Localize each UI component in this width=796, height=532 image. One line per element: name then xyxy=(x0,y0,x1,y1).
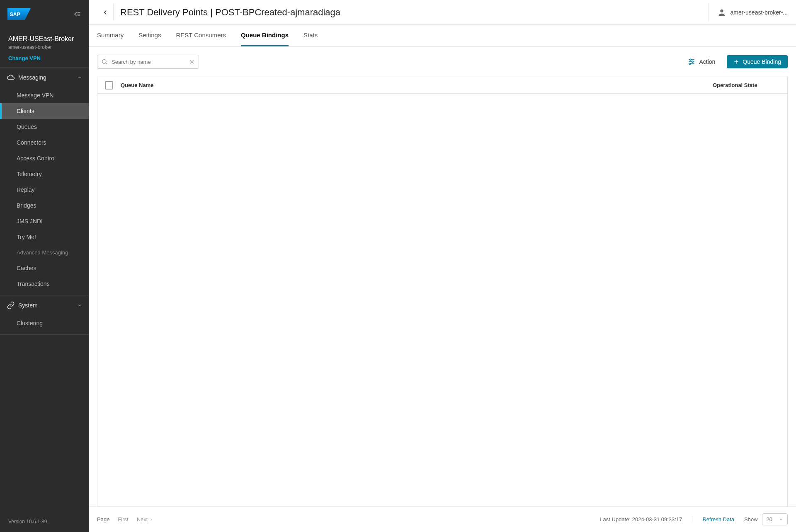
page-size-control: Show 20 xyxy=(744,513,788,525)
user-name: amer-useast-broker-... xyxy=(730,9,788,16)
nav-section-messaging-header[interactable]: Messaging xyxy=(0,68,89,87)
queue-binding-button[interactable]: Queue Binding xyxy=(727,55,788,68)
svg-text:SAP: SAP xyxy=(10,11,20,17)
queue-binding-label: Queue Binding xyxy=(743,58,781,65)
tab-rest-consumers[interactable]: REST Consumers xyxy=(176,25,226,46)
system-items: Clustering xyxy=(0,315,89,334)
nav-access-control[interactable]: Access Control xyxy=(0,150,89,166)
column-queue-name[interactable]: Queue Name xyxy=(121,82,713,88)
broker-info: AMER-USEast-Broker amer-useast-broker Ch… xyxy=(0,28,89,68)
nav-section-system: System Clustering xyxy=(0,295,89,335)
clear-icon[interactable] xyxy=(189,59,195,65)
page-size-value: 20 xyxy=(767,516,772,522)
table-body xyxy=(97,94,787,506)
tabs: Summary Settings REST Consumers Queue Bi… xyxy=(89,25,796,47)
main-content: REST Delivery Points | POST-BPCreated-aj… xyxy=(89,0,796,532)
next-label: Next xyxy=(137,516,148,522)
select-all-cell xyxy=(97,81,121,89)
page-label: Page xyxy=(97,516,109,522)
sidebar-header: SAP xyxy=(0,0,89,28)
broker-subtitle: amer-useast-broker xyxy=(8,44,80,50)
nav-clustering[interactable]: Clustering xyxy=(0,315,89,331)
tab-queue-bindings[interactable]: Queue Bindings xyxy=(241,25,289,46)
nav-replay[interactable]: Replay xyxy=(0,182,89,198)
show-label: Show xyxy=(744,516,758,522)
page-size-select[interactable]: 20 xyxy=(762,513,788,525)
plus-icon xyxy=(733,59,739,65)
chevron-down-icon xyxy=(77,75,82,80)
nav-transactions[interactable]: Transactions xyxy=(0,276,89,292)
nav-try-me[interactable]: Try Me! xyxy=(0,229,89,245)
sidebar: SAP AMER-USEast-Broker amer-useast-broke… xyxy=(0,0,89,532)
nav-section-messaging: Messaging Message VPN Clients Queues Con… xyxy=(0,68,89,295)
last-update: Last Update: 2024-03-31 09:33:17 xyxy=(600,516,682,522)
nav-bridges[interactable]: Bridges xyxy=(0,198,89,213)
toolbar: Action Queue Binding xyxy=(89,47,796,77)
broker-name: AMER-USEast-Broker xyxy=(8,35,80,43)
search-wrapper xyxy=(97,55,199,69)
footer-right: Last Update: 2024-03-31 09:33:17 Refresh… xyxy=(600,513,788,525)
nav-telemetry[interactable]: Telemetry xyxy=(0,166,89,182)
user-icon xyxy=(717,8,726,17)
first-page-link[interactable]: First xyxy=(118,516,128,522)
cloud-icon xyxy=(7,73,15,82)
nav-message-vpn[interactable]: Message VPN xyxy=(0,87,89,103)
user-menu[interactable]: amer-useast-broker-... xyxy=(709,3,788,22)
svg-line-7 xyxy=(106,63,107,64)
select-all-checkbox[interactable] xyxy=(105,81,113,89)
chevron-down-icon xyxy=(779,517,783,522)
footer: Page First Next Last Update: 2024-03-31 … xyxy=(89,506,796,532)
messaging-label: Messaging xyxy=(18,74,77,81)
sliders-icon xyxy=(687,58,696,66)
svg-point-13 xyxy=(692,61,693,62)
topbar: REST Delivery Points | POST-BPCreated-aj… xyxy=(89,0,796,25)
chevron-down-icon xyxy=(77,303,82,308)
action-button[interactable]: Action xyxy=(682,54,721,69)
messaging-items: Message VPN Clients Queues Connectors Ac… xyxy=(0,87,89,295)
search-icon xyxy=(101,58,108,65)
refresh-data-link[interactable]: Refresh Data xyxy=(692,516,734,522)
nav-caches[interactable]: Caches xyxy=(0,260,89,276)
page-title: REST Delivery Points | POST-BPCreated-aj… xyxy=(120,7,709,18)
collapse-sidebar-icon[interactable] xyxy=(72,10,81,18)
sap-logo: SAP xyxy=(7,8,31,20)
svg-point-6 xyxy=(102,60,106,63)
tab-summary[interactable]: Summary xyxy=(97,25,124,46)
nav-queues[interactable]: Queues xyxy=(0,119,89,135)
table-header: Queue Name Operational State xyxy=(97,77,787,94)
tab-settings[interactable]: Settings xyxy=(138,25,161,46)
nav-advanced-messaging-label: Advanced Messaging xyxy=(0,245,89,260)
svg-point-15 xyxy=(689,63,691,64)
svg-point-5 xyxy=(720,9,723,12)
svg-point-11 xyxy=(690,59,691,60)
chevron-right-icon xyxy=(149,517,153,522)
column-operational-state[interactable]: Operational State xyxy=(713,82,787,88)
nav-section-system-header[interactable]: System xyxy=(0,295,89,315)
action-label: Action xyxy=(699,58,715,65)
version-label: Version 10.6.1.89 xyxy=(0,511,89,532)
back-button[interactable] xyxy=(97,4,114,21)
next-page-link[interactable]: Next xyxy=(137,516,154,522)
nav-jms-jndi[interactable]: JMS JNDI xyxy=(0,213,89,229)
system-label: System xyxy=(18,302,77,309)
tab-stats[interactable]: Stats xyxy=(303,25,318,46)
change-vpn-link[interactable]: Change VPN xyxy=(8,55,80,61)
chevron-left-icon xyxy=(102,9,109,16)
nav-connectors[interactable]: Connectors xyxy=(0,135,89,150)
search-input[interactable] xyxy=(97,55,199,69)
table: Queue Name Operational State xyxy=(97,77,788,506)
link-icon xyxy=(7,301,15,310)
nav-clients[interactable]: Clients xyxy=(0,103,89,119)
